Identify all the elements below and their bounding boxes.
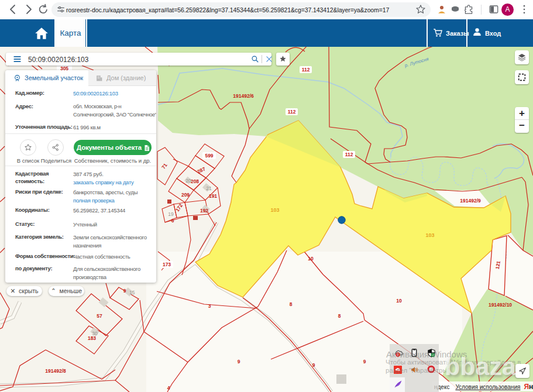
svg-text:20: 20 — [185, 178, 191, 184]
svg-text:19: 19 — [168, 211, 174, 217]
svg-text:30: 30 — [92, 331, 98, 336]
svg-text:191: 191 — [209, 193, 217, 199]
svg-text:112: 112 — [302, 67, 310, 73]
svg-text:9: 9 — [123, 288, 126, 294]
svg-text:208: 208 — [191, 178, 199, 184]
svg-text:192: 192 — [200, 208, 208, 214]
svg-text:9: 9 — [312, 362, 315, 368]
svg-text:3: 3 — [208, 303, 211, 309]
svg-text:9: 9 — [238, 359, 240, 365]
svg-text:173: 173 — [163, 262, 171, 267]
svg-text:191492/10: 191492/10 — [489, 302, 512, 308]
svg-text:10: 10 — [396, 298, 402, 304]
svg-text:10: 10 — [308, 256, 314, 262]
svg-text:103: 103 — [270, 207, 279, 213]
svg-text:6: 6 — [171, 218, 174, 223]
svg-text:9: 9 — [363, 359, 366, 365]
svg-text:15: 15 — [129, 290, 135, 295]
svg-text:4: 4 — [167, 385, 170, 391]
svg-text:8: 8 — [338, 313, 341, 319]
svg-text:21: 21 — [206, 185, 212, 191]
svg-text:57: 57 — [97, 313, 102, 319]
svg-text:112: 112 — [345, 152, 353, 157]
svg-text:191492/9: 191492/9 — [460, 198, 481, 204]
svg-text:112: 112 — [288, 109, 296, 115]
svg-text:191492/6: 191492/6 — [233, 93, 254, 99]
svg-text:103: 103 — [425, 232, 434, 238]
svg-text:599: 599 — [205, 153, 213, 159]
svg-text:191492/8: 191492/8 — [45, 368, 66, 374]
svg-text:209: 209 — [181, 192, 190, 198]
svg-text:8: 8 — [290, 301, 293, 307]
